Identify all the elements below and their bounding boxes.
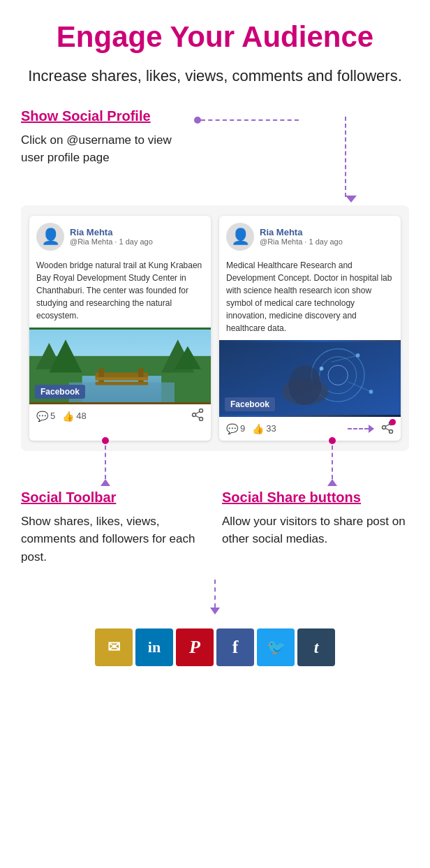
twitter-share-button[interactable]: 🐦 bbox=[257, 628, 295, 666]
card-image-1: Facebook bbox=[29, 328, 211, 404]
page-title: Engage Your Audience bbox=[21, 21, 409, 53]
like-count-1: 👍 48 bbox=[62, 411, 86, 422]
svg-line-32 bbox=[385, 424, 390, 426]
social-profile-feature: Show Social Profile Click on @username t… bbox=[21, 108, 195, 167]
share-button-1[interactable] bbox=[191, 409, 204, 424]
card-toolbar-2: 💬 9 👍 33 bbox=[219, 417, 401, 441]
avatar-1: 👤 bbox=[36, 223, 64, 251]
post-card-1: 👤 Ria Mehta @Ria Mehta · 1 day ago Woode… bbox=[29, 216, 211, 441]
svg-point-14 bbox=[200, 417, 203, 420]
center-arrow-down bbox=[210, 608, 220, 615]
card-toolbar-1: 💬 5 👍 48 bbox=[29, 404, 211, 428]
page-container: Engage Your Audience Increase shares, li… bbox=[0, 0, 430, 694]
toolbar-desc: Show shares, likes, views, comments and … bbox=[21, 513, 208, 566]
linkedin-icon: in bbox=[148, 638, 161, 656]
twitter-icon: 🐦 bbox=[267, 638, 286, 656]
like-icon-2: 👍 bbox=[252, 423, 264, 434]
facebook-badge-1: Facebook bbox=[35, 385, 85, 399]
avatar-icon-1: 👤 bbox=[41, 228, 60, 246]
like-count-2: 👍 33 bbox=[252, 423, 276, 434]
tumblr-share-button[interactable]: t bbox=[297, 628, 335, 666]
share-connector-right bbox=[327, 437, 337, 486]
linkedin-share-button[interactable]: in bbox=[135, 628, 173, 666]
email-share-button[interactable]: ✉ bbox=[95, 628, 133, 666]
username-1[interactable]: Ria Mehta bbox=[70, 227, 153, 237]
card-text-1: Wooden bridge natural trail at Kung Krab… bbox=[29, 255, 211, 328]
bottom-annotations: Social Toolbar Show shares, likes, views… bbox=[21, 490, 409, 566]
svg-line-16 bbox=[195, 411, 200, 413]
svg-point-30 bbox=[390, 429, 393, 433]
social-buttons-row: ✉ in P f 🐦 t bbox=[21, 628, 409, 666]
svg-point-13 bbox=[200, 409, 203, 412]
svg-rect-11 bbox=[96, 377, 149, 381]
facebook-badge-2: Facebook bbox=[225, 397, 275, 411]
comment-icon-1: 💬 bbox=[36, 411, 48, 422]
comment-count-1: 💬 5 bbox=[36, 411, 55, 422]
facebook-icon: f bbox=[232, 637, 239, 658]
facebook-share-button[interactable]: f bbox=[216, 628, 254, 666]
svg-point-15 bbox=[193, 413, 196, 416]
svg-point-31 bbox=[383, 425, 386, 429]
user-meta-1: @Ria Mehta · 1 day ago bbox=[70, 237, 153, 246]
comment-icon-2: 💬 bbox=[226, 423, 238, 434]
social-profile-title: Show Social Profile bbox=[21, 108, 151, 124]
toolbar-feature: Social Toolbar Show shares, likes, views… bbox=[21, 490, 215, 566]
tumblr-icon: t bbox=[314, 638, 319, 657]
avatar-2: 👤 bbox=[226, 223, 254, 251]
card-text-2: Medical Healthcare Research and Developm… bbox=[219, 255, 401, 340]
comment-count-2: 💬 9 bbox=[226, 423, 245, 434]
connector-dot-left bbox=[194, 117, 300, 124]
share-desc: Allow your visitors to share post on oth… bbox=[222, 513, 409, 548]
like-icon-1: 👍 bbox=[62, 411, 74, 422]
share-title: Social Share buttons bbox=[222, 490, 361, 506]
post-card-2: 👤 Ria Mehta @Ria Mehta · 1 day ago Medic… bbox=[219, 216, 401, 441]
cards-wrapper: 👤 Ria Mehta @Ria Mehta · 1 day ago Woode… bbox=[21, 205, 409, 451]
card-header-1: 👤 Ria Mehta @Ria Mehta · 1 day ago bbox=[29, 216, 211, 255]
svg-point-27 bbox=[369, 390, 373, 394]
user-info-1: Ria Mehta @Ria Mehta · 1 day ago bbox=[70, 227, 153, 246]
toolbar-title: Social Toolbar bbox=[21, 490, 116, 506]
avatar-icon-2: 👤 bbox=[231, 228, 250, 246]
svg-line-17 bbox=[195, 415, 200, 418]
share-feature: Social Share buttons Allow your visitors… bbox=[215, 490, 409, 566]
bottom-center-connector bbox=[21, 580, 409, 615]
center-dashed-line bbox=[214, 580, 216, 608]
share-dot-indicator bbox=[390, 419, 396, 425]
card-header-2: 👤 Ria Mehta @Ria Mehta · 1 day ago bbox=[219, 216, 401, 255]
username-2[interactable]: Ria Mehta bbox=[260, 227, 343, 237]
svg-point-26 bbox=[356, 353, 360, 358]
share-button-2[interactable] bbox=[381, 421, 394, 436]
svg-point-28 bbox=[320, 367, 324, 371]
share-icon-1 bbox=[191, 409, 204, 424]
pinterest-icon: P bbox=[189, 637, 200, 658]
toolbar-connector-left bbox=[101, 437, 110, 486]
svg-point-23 bbox=[288, 365, 321, 405]
user-info-2: Ria Mehta @Ria Mehta · 1 day ago bbox=[260, 227, 343, 246]
email-icon: ✉ bbox=[108, 638, 120, 656]
social-profile-desc: Click on @username to view user profile … bbox=[21, 131, 195, 167]
svg-line-33 bbox=[385, 428, 390, 430]
svg-rect-12 bbox=[96, 382, 149, 385]
connector-vertical-top bbox=[345, 117, 346, 197]
user-meta-2: @Ria Mehta · 1 day ago bbox=[260, 237, 343, 246]
page-subtitle: Increase shares, likes, views, comments … bbox=[21, 66, 409, 87]
share-arrow-connector bbox=[348, 425, 374, 433]
card-image-2: Facebook bbox=[219, 340, 401, 417]
pinterest-share-button[interactable]: P bbox=[176, 628, 214, 666]
